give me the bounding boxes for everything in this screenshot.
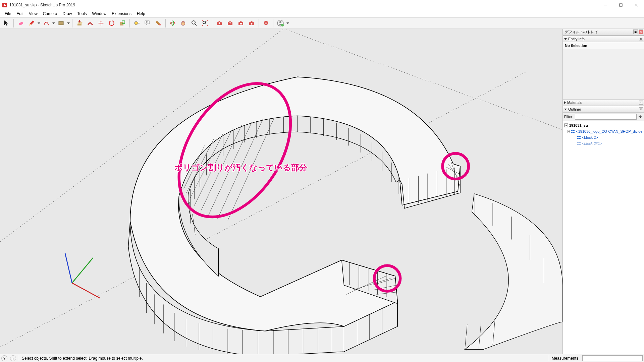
svg-rect-5	[19, 22, 23, 25]
panel-entity-info-header[interactable]: Entity Info ×	[563, 36, 644, 42]
viewport[interactable]: ポリゴン割りが汚くなっている部分	[0, 29, 563, 354]
text-tool[interactable]: A1	[143, 18, 153, 28]
warehouse-get[interactable]	[214, 18, 224, 28]
maximize-button[interactable]	[613, 0, 629, 10]
extension-manager[interactable]	[261, 18, 271, 28]
tray-title[interactable]: デフォルトのトレイ ▣ ✕	[563, 29, 644, 36]
outliner-item[interactable]: − <191030_logo_CO-CYAN_SHOP_divide.dwg>	[564, 128, 643, 134]
chevron-down-icon	[564, 38, 567, 40]
pencil-tool[interactable]	[26, 18, 37, 28]
tray: デフォルトのトレイ ▣ ✕ Entity Info × No Selection…	[563, 29, 644, 354]
eraser-tool[interactable]	[16, 18, 26, 28]
menu-draw[interactable]: Draw	[60, 11, 75, 17]
svg-line-17	[195, 24, 197, 25]
app-icon	[2, 2, 7, 8]
close-button[interactable]	[629, 0, 644, 10]
select-tool[interactable]	[1, 18, 11, 28]
tray-close-icon[interactable]: ✕	[639, 29, 643, 34]
chevron-down-icon	[564, 109, 567, 110]
svg-point-21	[265, 22, 267, 24]
scale-tool[interactable]	[117, 18, 127, 28]
paint-tool[interactable]	[153, 18, 163, 28]
svg-rect-127	[579, 144, 581, 145]
toolbar: A1	[0, 17, 644, 29]
tree-collapse-icon[interactable]: −	[568, 130, 570, 133]
outliner-item[interactable]: <block 2>	[564, 134, 643, 140]
panel-close-icon[interactable]: ×	[639, 101, 643, 105]
menu-tools[interactable]: Tools	[75, 11, 90, 17]
minimize-button[interactable]	[598, 0, 613, 10]
component-icon	[571, 129, 575, 133]
menu-view[interactable]: View	[26, 11, 40, 17]
status-hint: Select objects. Shift to extend select. …	[22, 356, 143, 361]
svg-rect-125	[579, 142, 581, 143]
panel-materials-label: Materials	[567, 101, 582, 105]
rotate-tool[interactable]	[107, 18, 117, 28]
svg-point-15	[172, 21, 174, 25]
titlebar: 191031_su.skp - SketchUp Pro 2019	[0, 0, 644, 10]
svg-point-18	[203, 21, 206, 24]
zoom-tool[interactable]	[189, 18, 199, 28]
pushpull-tool[interactable]	[74, 18, 85, 28]
zoom-extents-tool[interactable]	[200, 18, 210, 28]
outliner-filter-row: Filter:	[563, 113, 644, 121]
user-dropdown[interactable]	[286, 22, 289, 24]
panel-materials-header[interactable]: Materials ×	[563, 99, 644, 106]
orbit-tool[interactable]	[168, 18, 178, 28]
svg-rect-19	[240, 23, 242, 24]
tray-pin-icon[interactable]: ▣	[633, 29, 638, 34]
move-tool[interactable]	[96, 18, 106, 28]
arc-tool[interactable]	[41, 18, 51, 28]
entity-info-body	[563, 49, 644, 99]
svg-point-20	[251, 23, 253, 25]
svg-rect-7	[120, 22, 123, 25]
scene	[0, 29, 562, 354]
outliner-filter-label: Filter:	[564, 115, 574, 119]
offset-tool[interactable]	[85, 18, 95, 28]
panel-outliner-header[interactable]: Outliner ×	[563, 106, 644, 113]
menu-file[interactable]: File	[2, 11, 14, 17]
annotation-text: ポリゴン割りが汚くなっている部分	[174, 162, 307, 173]
help-icon[interactable]: ?	[1, 355, 7, 361]
svg-point-24	[281, 24, 284, 26]
outliner-root[interactable]: 191031_su	[564, 122, 643, 128]
svg-rect-117	[573, 130, 575, 131]
warehouse-3d[interactable]	[236, 18, 246, 28]
panel-close-icon[interactable]: ×	[639, 37, 643, 41]
pencil-dropdown[interactable]	[37, 22, 41, 24]
panel-close-icon[interactable]: ×	[639, 107, 643, 111]
svg-rect-123	[579, 138, 581, 139]
outliner-filter-go-icon[interactable]	[638, 114, 643, 119]
user-account[interactable]	[275, 18, 285, 28]
svg-rect-6	[59, 21, 63, 25]
shape-tool[interactable]	[56, 18, 66, 28]
menu-window[interactable]: Window	[90, 11, 109, 17]
outliner-root-label: 191031_su	[569, 123, 588, 127]
svg-point-9	[135, 21, 138, 25]
tape-tool[interactable]	[132, 18, 142, 28]
menu-help[interactable]: Help	[134, 11, 148, 17]
panel-outliner-label: Outliner	[568, 107, 581, 111]
svg-rect-116	[571, 130, 573, 131]
outliner-item[interactable]: <block 2#1>	[564, 140, 643, 146]
outliner-item-label: <block 2#1>	[582, 141, 602, 145]
component-icon	[577, 135, 581, 139]
panel-entity-info-label: Entity Info	[568, 37, 585, 41]
menu-camera[interactable]: Camera	[40, 11, 60, 17]
menu-edit[interactable]: Edit	[14, 11, 26, 17]
menu-extensions[interactable]: Extensions	[109, 11, 134, 17]
tray-title-label: デフォルトのトレイ	[565, 29, 598, 35]
info-icon[interactable]: i	[10, 355, 16, 361]
svg-rect-2	[620, 4, 622, 6]
warehouse-share[interactable]	[225, 18, 235, 28]
svg-rect-122	[577, 138, 579, 139]
extension-warehouse[interactable]	[247, 18, 257, 28]
svg-rect-124	[577, 142, 579, 143]
arc-dropdown[interactable]	[52, 22, 55, 24]
statusbar: ? i Select objects. Shift to extend sele…	[0, 354, 644, 362]
shape-dropdown[interactable]	[67, 22, 70, 24]
measurements-box[interactable]	[582, 355, 643, 361]
pan-tool[interactable]	[178, 18, 189, 28]
outliner-filter-input[interactable]	[575, 114, 637, 120]
svg-rect-10	[138, 23, 140, 23]
